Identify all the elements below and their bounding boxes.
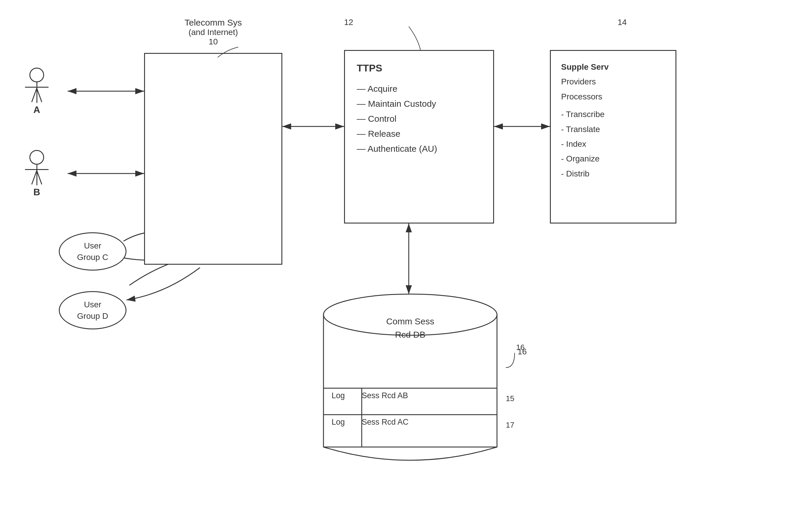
ttps-title: TTPS	[357, 60, 481, 77]
ttps-item5: — Authenticate (AU)	[357, 141, 481, 156]
log2-cell: Log	[324, 418, 353, 427]
figure-a-arms	[25, 87, 49, 88]
telecomm-box	[144, 53, 282, 265]
figure-b-label: B	[33, 187, 40, 197]
supple-sub2: Processors	[561, 90, 665, 104]
figure-a: A	[30, 68, 44, 115]
figure-b-head	[30, 150, 44, 165]
figure-b-leg-right	[31, 170, 37, 184]
node-17-label: 17	[506, 420, 514, 430]
supple-item4: - Organize	[561, 151, 665, 166]
node-15-label: 15	[506, 394, 514, 403]
ttps-item3: — Control	[357, 111, 481, 126]
node-16-label: 16	[518, 347, 527, 357]
ttps-box: TTPS — Acquire — Maintain Custody — Cont…	[344, 50, 494, 224]
supple-item2: - Translate	[561, 122, 665, 137]
figure-b: B	[30, 150, 44, 197]
sess-rcd-ab-cell: Sess Rcd AB	[362, 391, 408, 400]
log1-cell: Log	[324, 391, 353, 400]
ttps-item2: — Maintain Custody	[357, 96, 481, 111]
sess-rcd-ac-cell: Sess Rcd AC	[362, 418, 408, 427]
figure-b-leg-left	[37, 170, 42, 184]
diagram: A B Telecomm Sys (and Internet) 10 12 TT…	[0, 0, 789, 532]
figure-b-arms	[25, 169, 49, 170]
supple-item5: - Distrib	[561, 167, 665, 181]
figure-a-label: A	[33, 104, 40, 115]
telecomm-label: Telecomm Sys (and Internet) 10	[144, 18, 282, 46]
ttps-item4: — Release	[357, 126, 481, 141]
supple-title: Supple Serv	[561, 60, 665, 74]
ttps-item1: — Acquire	[357, 81, 481, 96]
supple-sub1: Providers	[561, 74, 665, 89]
supple-label-top: 14	[618, 18, 627, 27]
user-group-d: User Group D	[59, 291, 127, 329]
supple-item1: - Transcribe	[561, 107, 665, 122]
ttps-label-top: 12	[344, 18, 353, 27]
figure-a-body	[37, 82, 37, 103]
supple-box: Supple Serv Providers Processors - Trans…	[550, 50, 676, 224]
user-group-c: User Group C	[59, 232, 127, 270]
supple-item3: - Index	[561, 137, 665, 151]
figure-b-body	[37, 165, 37, 185]
figure-a-leg-right	[31, 88, 37, 102]
figure-a-head	[30, 68, 44, 82]
db-title: Comm Sess Rcd DB	[317, 315, 503, 341]
figure-a-leg-left	[37, 88, 42, 102]
node16-bracket: 16	[500, 323, 529, 412]
